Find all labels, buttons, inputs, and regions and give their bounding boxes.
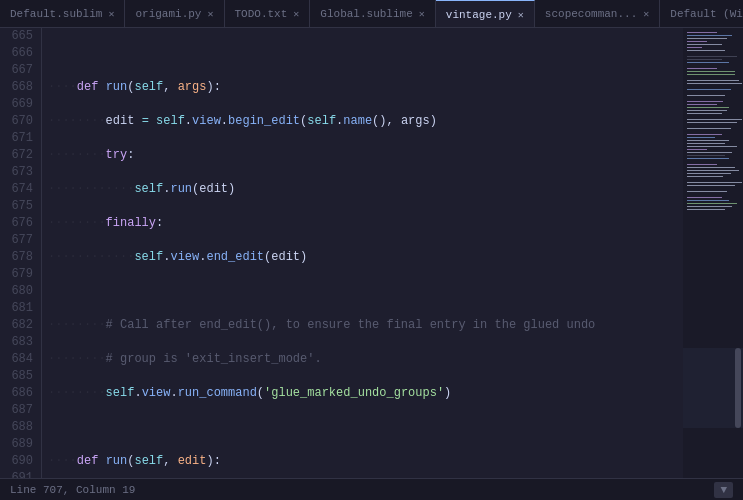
tab-default-wind[interactable]: Default (Wind... ✕ [660, 0, 743, 28]
tab-vintage[interactable]: vintage.py ✕ [436, 0, 535, 28]
line-numbers: 665 666 667 668 669 670 671 672 673 674 … [0, 28, 42, 478]
svg-rect-50 [735, 348, 741, 428]
svg-rect-18 [687, 95, 725, 96]
minimap-canvas [683, 28, 743, 478]
svg-rect-40 [687, 176, 723, 177]
svg-rect-17 [687, 89, 731, 90]
tab-label: Global.sublime [320, 8, 412, 20]
svg-rect-21 [687, 107, 729, 108]
tab-label: origami.py [135, 8, 201, 20]
svg-rect-19 [687, 101, 723, 102]
svg-rect-3 [687, 35, 732, 36]
svg-rect-11 [687, 62, 729, 63]
tab-close-icon[interactable]: ✕ [293, 8, 299, 20]
svg-rect-26 [687, 128, 731, 129]
svg-rect-49 [683, 348, 743, 428]
svg-rect-43 [687, 191, 727, 192]
tab-label: Default (Wind... [670, 8, 743, 20]
tab-close-icon[interactable]: ✕ [207, 8, 213, 20]
svg-rect-16 [687, 83, 742, 84]
svg-rect-4 [687, 38, 727, 39]
tab-label: vintage.py [446, 9, 512, 21]
tab-close-icon[interactable]: ✕ [419, 8, 425, 20]
tab-close-icon[interactable]: ✕ [108, 8, 114, 20]
svg-rect-8 [687, 50, 725, 51]
minimap[interactable] [683, 28, 743, 478]
tab-close-icon[interactable]: ✕ [643, 8, 649, 20]
svg-rect-20 [687, 104, 717, 105]
cursor-position: Line 707, Column 19 [10, 484, 135, 496]
svg-rect-6 [687, 44, 722, 45]
svg-rect-27 [687, 134, 722, 135]
svg-rect-31 [687, 146, 737, 147]
svg-rect-34 [687, 155, 725, 156]
svg-rect-13 [687, 71, 735, 72]
svg-rect-25 [687, 122, 737, 123]
tab-label: Default.sublim [10, 8, 102, 20]
svg-rect-44 [687, 197, 722, 198]
svg-rect-28 [687, 137, 715, 138]
svg-rect-23 [687, 113, 722, 114]
svg-rect-47 [687, 206, 732, 207]
scroll-button[interactable]: ▼ [714, 482, 733, 498]
code-editor[interactable]: ····def run(self, args): ········edit = … [42, 28, 683, 478]
tab-bar: Default.sublim ✕ origami.py ✕ TODO.txt ✕… [0, 0, 743, 28]
svg-rect-12 [687, 68, 717, 69]
svg-rect-29 [687, 140, 729, 141]
tab-origami[interactable]: origami.py ✕ [125, 0, 224, 28]
tab-label: TODO.txt [235, 8, 288, 20]
tab-todo[interactable]: TODO.txt ✕ [225, 0, 311, 28]
svg-rect-36 [687, 164, 717, 165]
svg-rect-39 [687, 173, 731, 174]
svg-rect-35 [687, 158, 729, 159]
svg-rect-45 [687, 200, 729, 201]
svg-rect-10 [687, 59, 722, 60]
svg-rect-5 [687, 41, 707, 42]
tab-label: scopecomman... [545, 8, 637, 20]
tab-scopecommand[interactable]: scopecomman... ✕ [535, 0, 660, 28]
svg-rect-24 [687, 119, 742, 120]
svg-rect-37 [687, 167, 735, 168]
svg-rect-41 [687, 182, 742, 183]
svg-rect-32 [687, 149, 707, 150]
svg-rect-22 [687, 110, 727, 111]
svg-rect-2 [687, 32, 717, 33]
editor-area: 665 666 667 668 669 670 671 672 673 674 … [0, 28, 743, 478]
status-bar: Line 707, Column 19 ▼ [0, 478, 743, 500]
svg-rect-15 [687, 80, 739, 81]
svg-rect-46 [687, 203, 737, 204]
svg-rect-38 [687, 170, 739, 171]
svg-rect-42 [687, 185, 735, 186]
tab-close-icon[interactable]: ✕ [518, 9, 524, 21]
svg-rect-9 [687, 56, 737, 57]
svg-rect-33 [687, 152, 732, 153]
tab-global-sublime[interactable]: Global.sublime ✕ [310, 0, 435, 28]
svg-rect-7 [687, 47, 702, 48]
svg-rect-30 [687, 143, 725, 144]
svg-rect-14 [687, 74, 735, 75]
tab-default-sublime[interactable]: Default.sublim ✕ [0, 0, 125, 28]
svg-rect-48 [687, 209, 725, 210]
